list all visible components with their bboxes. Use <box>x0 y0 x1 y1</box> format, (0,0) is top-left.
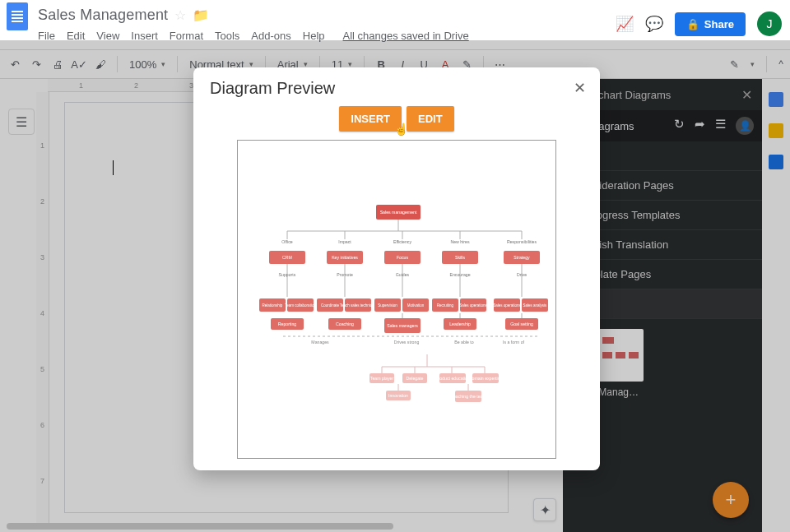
svg-text:Supports: Supports <box>279 272 296 277</box>
doc-title[interactable]: Sales Management <box>38 7 168 24</box>
svg-text:Leadership: Leadership <box>449 322 471 326</box>
activity-icon[interactable]: 📈 <box>616 15 634 33</box>
svg-text:Is a form of: Is a form of <box>503 340 525 345</box>
svg-text:Guides: Guides <box>396 272 410 277</box>
diagram-svg: Sales management Office Impact Efficienc… <box>238 141 557 460</box>
docs-logo-icon[interactable] <box>7 2 28 30</box>
diagram-preview-canvas: Sales management Office Impact Efficienc… <box>237 140 556 459</box>
svg-text:CRM: CRM <box>282 255 292 260</box>
svg-text:Encourage: Encourage <box>449 272 470 277</box>
svg-text:Sales operations: Sales operations <box>459 303 487 308</box>
svg-text:Be able to: Be able to <box>454 340 473 345</box>
svg-text:Coaching: Coaching <box>336 322 354 326</box>
insert-button[interactable]: INSERT <box>339 106 402 132</box>
svg-text:Goal setting: Goal setting <box>510 322 533 326</box>
svg-text:Relationship: Relationship <box>263 303 283 308</box>
svg-text:Skills: Skills <box>455 255 466 260</box>
dialog-close-icon[interactable]: ✕ <box>570 79 588 97</box>
svg-text:Responsibilities: Responsibilities <box>507 239 537 244</box>
svg-text:Coordinate: Coordinate <box>321 303 340 308</box>
account-avatar[interactable]: J <box>757 12 782 36</box>
header-right: 📈 💬 🔒 Share J <box>616 12 782 36</box>
svg-text:Focus: Focus <box>397 255 409 260</box>
lock-icon: 🔒 <box>686 18 699 30</box>
comments-icon[interactable]: 💬 <box>645 15 663 33</box>
svg-text:Motivation: Motivation <box>407 303 425 308</box>
svg-text:Drives strong: Drives strong <box>394 340 420 345</box>
svg-text:Team player: Team player <box>370 376 394 381</box>
svg-text:Team collaboration: Team collaboration <box>285 303 316 308</box>
svg-text:Delegate: Delegate <box>407 376 424 381</box>
svg-text:Sales analysis: Sales analysis <box>523 303 548 308</box>
svg-text:Sales managers: Sales managers <box>387 323 418 328</box>
svg-text:Reporting: Reporting <box>278 322 297 326</box>
svg-text:Promote: Promote <box>337 272 353 277</box>
move-folder-icon[interactable]: 📁 <box>193 7 209 23</box>
svg-text:Efficiency: Efficiency <box>393 239 412 244</box>
svg-text:New hires: New hires <box>450 239 469 244</box>
diagram-preview-dialog: Diagram Preview ✕ INSERT EDIT ☝ <box>193 67 600 470</box>
svg-text:Innovation: Innovation <box>388 393 408 398</box>
svg-text:Teach sales technique: Teach sales technique <box>340 303 377 308</box>
svg-text:Sales operations: Sales operations <box>493 303 521 308</box>
svg-text:Key initiatives: Key initiatives <box>332 255 358 260</box>
share-label: Share <box>704 18 734 30</box>
svg-text:Supervision: Supervision <box>378 303 397 308</box>
share-button[interactable]: 🔒 Share <box>675 12 746 36</box>
svg-text:Impact: Impact <box>338 239 351 244</box>
svg-text:Product education: Product education <box>435 376 470 381</box>
svg-text:Drive: Drive <box>517 272 527 277</box>
svg-text:Domain expertise: Domain expertise <box>469 376 502 381</box>
svg-text:Coaching the team: Coaching the team <box>450 394 486 399</box>
avatar-initial: J <box>767 17 773 30</box>
svg-text:Strategy: Strategy <box>514 255 530 260</box>
svg-text:Recruiting: Recruiting <box>437 303 454 308</box>
edit-button[interactable]: EDIT <box>407 106 454 132</box>
svg-text:Sales management: Sales management <box>380 210 417 215</box>
star-icon[interactable]: ☆ <box>174 7 186 23</box>
dialog-title: Diagram Preview <box>210 79 583 98</box>
svg-text:Manages: Manages <box>311 340 329 345</box>
svg-text:Office: Office <box>281 239 293 244</box>
